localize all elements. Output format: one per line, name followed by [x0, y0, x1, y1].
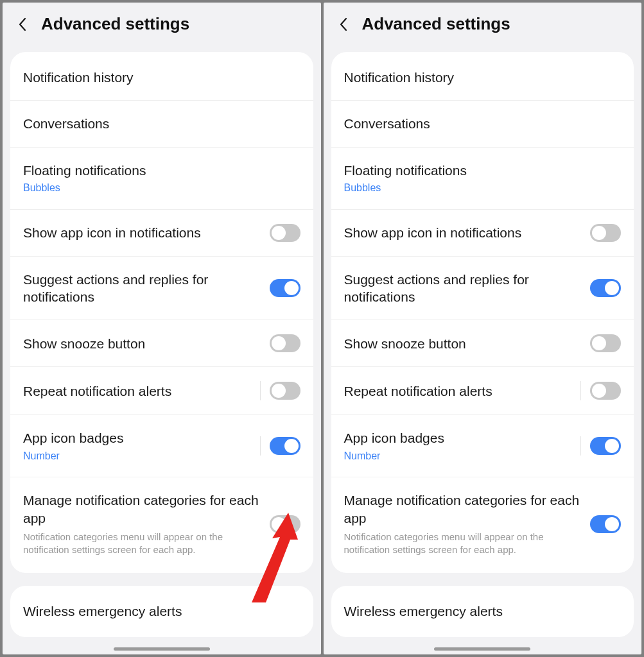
back-icon[interactable]: [15, 17, 30, 31]
toggle-separator: [260, 436, 261, 456]
row-label: Suggest actions and replies for notifica…: [23, 271, 262, 306]
row-show-app-icon[interactable]: Show app icon in notifications: [10, 210, 313, 257]
row-subtext: Bubbles: [23, 182, 293, 195]
row-wireless-emergency[interactable]: Wireless emergency alerts: [331, 588, 634, 634]
row-show-snooze[interactable]: Show snooze button: [10, 320, 313, 367]
row-manage-categories[interactable]: Manage notification categories for each …: [10, 477, 313, 570]
toggle-manage-categories[interactable]: [590, 515, 621, 533]
toggle-app-icon-badges[interactable]: [590, 437, 621, 455]
toggle-repeat-alerts[interactable]: [270, 382, 300, 400]
row-label: Notification history: [344, 69, 614, 86]
row-label: App icon badges: [23, 429, 252, 447]
toggle-suggest-actions[interactable]: [590, 279, 621, 297]
row-conversations[interactable]: Conversations: [10, 101, 313, 147]
settings-group-1: Notification history Conversations Float…: [331, 52, 634, 573]
header: Advanced settings: [324, 3, 642, 52]
row-repeat-alerts[interactable]: Repeat notification alerts: [331, 367, 634, 415]
page-title: Advanced settings: [362, 14, 510, 34]
row-app-icon-badges[interactable]: App icon badges Number: [10, 415, 313, 477]
row-description: Notification categories menu will appear…: [344, 531, 583, 557]
row-label: Repeat notification alerts: [23, 382, 252, 400]
row-suggest-actions[interactable]: Suggest actions and replies for notifica…: [10, 257, 313, 321]
settings-group-2: Wireless emergency alerts: [331, 586, 634, 636]
pane-right: Advanced settings Notification history C…: [324, 3, 642, 654]
row-label: Suggest actions and replies for notifica…: [344, 271, 583, 306]
row-label: Show snooze button: [344, 335, 583, 352]
row-label: Floating notifications: [344, 162, 614, 179]
home-indicator[interactable]: [114, 647, 210, 651]
row-label: Show snooze button: [23, 335, 262, 352]
toggle-show-snooze[interactable]: [590, 334, 621, 352]
row-subtext: Number: [23, 450, 252, 463]
row-floating-notifications[interactable]: Floating notifications Bubbles: [10, 148, 313, 210]
toggle-manage-categories[interactable]: [270, 515, 300, 533]
row-repeat-alerts[interactable]: Repeat notification alerts: [10, 367, 313, 415]
row-label: Conversations: [23, 115, 293, 132]
row-floating-notifications[interactable]: Floating notifications Bubbles: [331, 148, 634, 210]
row-label: App icon badges: [344, 429, 573, 447]
row-suggest-actions[interactable]: Suggest actions and replies for notifica…: [331, 257, 634, 321]
toggle-show-snooze[interactable]: [270, 334, 300, 352]
toggle-show-app-icon[interactable]: [590, 224, 621, 242]
row-label: Wireless emergency alerts: [23, 602, 293, 620]
toggle-show-app-icon[interactable]: [270, 224, 300, 242]
row-show-snooze[interactable]: Show snooze button: [331, 320, 634, 367]
toggle-separator: [260, 381, 261, 400]
row-label: Repeat notification alerts: [344, 382, 573, 400]
toggle-suggest-actions[interactable]: [270, 279, 300, 297]
row-show-app-icon[interactable]: Show app icon in notifications: [331, 210, 634, 257]
row-label: Show app icon in notifications: [23, 224, 262, 241]
settings-group-1: Notification history Conversations Float…: [10, 52, 313, 573]
back-icon[interactable]: [336, 17, 351, 31]
row-wireless-emergency[interactable]: Wireless emergency alerts: [10, 588, 313, 634]
row-label: Manage notification categories for each …: [344, 491, 583, 527]
row-notification-history[interactable]: Notification history: [10, 55, 313, 101]
toggle-repeat-alerts[interactable]: [590, 382, 621, 400]
row-notification-history[interactable]: Notification history: [331, 55, 634, 101]
page-title: Advanced settings: [41, 14, 189, 34]
row-label: Show app icon in notifications: [344, 224, 583, 241]
header: Advanced settings: [3, 3, 321, 52]
row-app-icon-badges[interactable]: App icon badges Number: [331, 415, 634, 477]
row-subtext: Number: [344, 450, 573, 463]
row-label: Notification history: [23, 69, 293, 86]
toggle-separator: [580, 436, 581, 456]
pane-left: Advanced settings Notification history C…: [3, 3, 321, 654]
row-label: Wireless emergency alerts: [344, 602, 614, 620]
row-label: Floating notifications: [23, 162, 293, 179]
toggle-app-icon-badges[interactable]: [270, 437, 300, 455]
row-label: Conversations: [344, 115, 614, 132]
toggle-separator: [580, 381, 581, 400]
row-manage-categories[interactable]: Manage notification categories for each …: [331, 477, 634, 570]
row-conversations[interactable]: Conversations: [331, 101, 634, 147]
row-label: Manage notification categories for each …: [23, 491, 262, 527]
settings-group-2: Wireless emergency alerts: [10, 586, 313, 636]
row-subtext: Bubbles: [344, 182, 614, 195]
home-indicator[interactable]: [434, 647, 530, 651]
row-description: Notification categories menu will appear…: [23, 531, 262, 557]
